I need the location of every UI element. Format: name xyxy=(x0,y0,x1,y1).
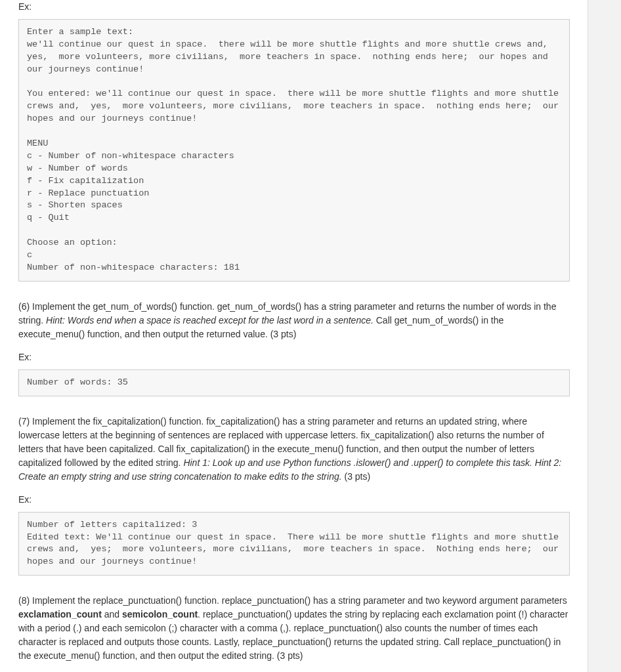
step-8-paragraph: (8) Implement the replace_punctuation() … xyxy=(18,594,570,663)
code-block-7: Number of letters capitalized: 3 Edited … xyxy=(18,512,570,576)
example-label-6: Ex: xyxy=(18,350,570,364)
right-sidebar-rail xyxy=(588,0,621,672)
example-label-5: Ex: xyxy=(18,0,570,14)
step-7-section: (7) Implement the fix_capitalization() f… xyxy=(18,415,570,576)
step-8-text-lead1: (8) Implement the replace_punctuation() … xyxy=(18,595,567,606)
code-block-6: Number of words: 35 xyxy=(18,369,570,396)
step-6-section: (6) Implement the get_num_of_words() fun… xyxy=(18,300,570,396)
step-6-hint: Hint: Words end when a space is reached … xyxy=(46,315,374,326)
code-block-5: Enter a sample text: we'll continue our … xyxy=(18,19,570,282)
step-7-paragraph: (7) Implement the fix_capitalization() f… xyxy=(18,415,570,484)
step-6-paragraph: (6) Implement the get_num_of_words() fun… xyxy=(18,300,570,341)
step-8-text-and: and xyxy=(102,609,122,620)
example-label-7: Ex: xyxy=(18,493,570,507)
step-8-keyword-2: semicolon_count xyxy=(122,609,198,620)
document-body: Ex: Enter a sample text: we'll continue … xyxy=(0,0,588,672)
step-8-section: (8) Implement the replace_punctuation() … xyxy=(18,594,570,672)
step-8-keyword-1: exclamation_count xyxy=(18,609,102,620)
step-7-text-trail: (3 pts) xyxy=(342,471,371,482)
